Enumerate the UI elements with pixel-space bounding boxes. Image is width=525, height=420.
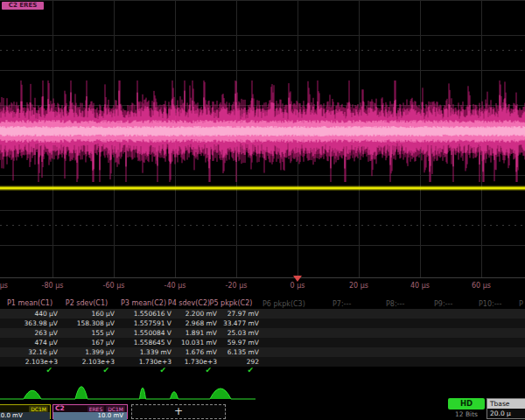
measure-value-cell: 1.676 mV	[161, 348, 217, 356]
measure-value-cell: 32.16 µV	[2, 348, 58, 356]
c2-label: C2	[55, 405, 65, 412]
plus-icon: +	[174, 405, 183, 417]
time-axis-label: 40 µs	[399, 282, 441, 290]
c2-eres-tag: ERES	[88, 406, 105, 412]
time-axis-label: -100 µs	[0, 282, 16, 290]
measure-value-cell: 2.103e+3	[2, 358, 58, 366]
measure-value-cell: 6.135 mV	[203, 348, 259, 356]
c2-coupling-tag: DC1M	[106, 406, 125, 412]
trigger-position-marker[interactable]	[293, 276, 302, 282]
time-axis-label: -60 µs	[93, 282, 135, 290]
measure-value-cell: 1.558645 V	[116, 339, 172, 346]
time-axis-label: -80 µs	[32, 282, 74, 290]
measure-table-row: 440 µV160 µV1.550616 V2.200 mV27.97 mV	[0, 309, 525, 318]
param-header-unused[interactable]: P9:---	[434, 300, 452, 308]
measure-value-cell: 160 µV	[59, 310, 115, 318]
measure-value-cell: 59.97 mV	[203, 339, 259, 346]
oscilloscope-screen: C2 ERES -100 µs-80 µs-60 µs-40 µs-20 µs0…	[0, 0, 525, 420]
param-header[interactable]: P5 pkpk(C2)	[203, 299, 259, 307]
param-header-unused[interactable]: P6 pkpk(C3)	[262, 300, 305, 308]
measure-value-cell: 1.730e+3	[161, 358, 217, 366]
param-header[interactable]: P2 sdev(C1)	[59, 299, 115, 307]
channel-descriptor-c1[interactable]: C1 DC1M 10.0 mV	[0, 404, 51, 419]
measure-value-cell: 1.550616 V	[116, 310, 172, 318]
time-axis-label: -20 µs	[215, 282, 257, 290]
measure-table-row: 2.103e+32.103e+31.730e+31.730e+3292	[0, 357, 525, 367]
measure-value-cell: 2.103e+3	[59, 358, 115, 366]
measure-value-cell: 363.98 µV	[2, 319, 58, 327]
measure-table-row: 363.98 µV158.308 µV1.557591 V2.968 mV33.…	[0, 318, 525, 328]
measure-table-row: 474 µV167 µV1.558645 V10.031 mV59.97 mV	[0, 338, 525, 347]
time-axis-label: 20 µs	[338, 282, 380, 290]
trace-plot	[0, 0, 525, 289]
status-check-icon: ✔	[203, 366, 259, 374]
time-axis-label: 0 µs	[276, 282, 318, 290]
measure-value-cell: 1.891 mV	[161, 329, 217, 337]
measure-value-cell: 1.557591 V	[116, 319, 172, 327]
param-header-unused[interactable]: P8:---	[386, 300, 404, 308]
c1-trace	[0, 187, 525, 190]
measure-value-cell: 33.477 mV	[203, 319, 259, 327]
hd-mode-badge[interactable]: HD	[448, 398, 485, 410]
measure-value-cell: 27.97 mV	[203, 310, 259, 318]
trend-strip	[0, 376, 525, 404]
param-header-unused[interactable]: P7:---	[332, 300, 351, 308]
status-check-icon: ✔	[116, 366, 172, 374]
param-header-unused[interactable]: P	[519, 300, 523, 308]
measure-value-cell: 1.399 µV	[59, 348, 115, 356]
measure-value-cell: 1.730e+3	[116, 358, 172, 366]
status-check-icon: ✔	[2, 366, 58, 374]
param-header-unused[interactable]: P10:---	[479, 300, 501, 308]
measure-value-cell: 440 µV	[2, 310, 58, 318]
time-axis-label: -40 µs	[154, 282, 196, 290]
measure-value-cell: 158.308 µV	[59, 319, 115, 327]
status-check-icon: ✔	[161, 366, 217, 374]
c1-volts-per-div: 10.0 mV	[0, 412, 50, 420]
add-trace-button[interactable]: +	[131, 404, 226, 419]
param-header[interactable]: P1 mean(C1)	[2, 299, 58, 307]
timebase-descriptor[interactable]: Tbase 20.0 µ	[486, 398, 525, 419]
measure-value-cell: 10.031 mV	[161, 339, 217, 346]
measure-table-row: 32.16 µV1.399 µV1.339 mV1.676 mV6.135 mV	[0, 347, 525, 357]
measure-value-cell: 2.200 mV	[161, 310, 217, 318]
resolution-bits-label: 12 Bits	[448, 410, 485, 418]
measure-value-cell: 2.968 mV	[161, 319, 217, 327]
measure-value-cell: 263 µV	[2, 329, 58, 337]
c1-coupling-tag: DC1M	[29, 406, 48, 412]
status-check-icon: ✔	[59, 366, 115, 374]
measure-value-cell: 292	[203, 358, 259, 366]
measure-table-row: 263 µV155 µV1.550084 V1.891 mV25.03 mV	[0, 328, 525, 338]
time-axis: -100 µs-80 µs-60 µs-40 µs-20 µs0 µs20 µs…	[0, 278, 525, 296]
measure-value-cell: 1.550084 V	[116, 329, 172, 337]
channel-descriptor-c2[interactable]: C2 ERES DC1M 10.0 mV	[52, 404, 128, 419]
measure-value-cell: 155 µV	[59, 329, 115, 337]
timebase-value: 20.0 µ	[487, 409, 525, 417]
timebase-title: Tbase	[487, 399, 525, 409]
measure-value-cell: 1.339 mV	[116, 348, 172, 356]
trend-trace	[0, 387, 256, 399]
grid-trace-chip[interactable]: C2 ERES	[2, 2, 44, 10]
c2-volts-per-div: 10.0 mV	[53, 412, 127, 420]
measure-value-cell: 167 µV	[59, 339, 115, 346]
time-axis-label: 60 µs	[460, 282, 502, 290]
measure-value-cell: 25.03 mV	[203, 329, 259, 337]
measure-value-cell: 474 µV	[2, 339, 58, 346]
